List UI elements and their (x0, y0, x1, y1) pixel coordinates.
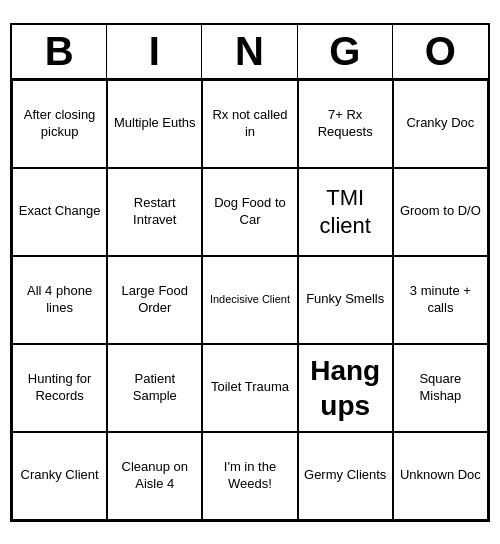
bingo-header-letter: O (393, 25, 488, 78)
bingo-cell: Hunting for Records (12, 344, 107, 432)
bingo-cell: Patient Sample (107, 344, 202, 432)
bingo-grid: After closing pickupMultiple EuthsRx not… (12, 80, 488, 520)
bingo-cell: I'm in the Weeds! (202, 432, 297, 520)
bingo-cell: All 4 phone lines (12, 256, 107, 344)
bingo-header-letter: B (12, 25, 107, 78)
bingo-cell: Rx not called in (202, 80, 297, 168)
bingo-header-letter: I (107, 25, 202, 78)
bingo-cell: Funky Smells (298, 256, 393, 344)
bingo-card: BINGO After closing pickupMultiple Euths… (10, 23, 490, 522)
bingo-cell: After closing pickup (12, 80, 107, 168)
bingo-cell: Unknown Doc (393, 432, 488, 520)
bingo-cell: Indecisive Client (202, 256, 297, 344)
bingo-cell: Square Mishap (393, 344, 488, 432)
bingo-cell: Large Food Order (107, 256, 202, 344)
bingo-cell: Groom to D/O (393, 168, 488, 256)
bingo-cell: Dog Food to Car (202, 168, 297, 256)
bingo-cell: Hang ups (298, 344, 393, 432)
bingo-header-letter: G (298, 25, 393, 78)
bingo-cell: Cranky Doc (393, 80, 488, 168)
bingo-cell: Cranky Client (12, 432, 107, 520)
bingo-cell: Germy Clients (298, 432, 393, 520)
bingo-cell: Restart Intravet (107, 168, 202, 256)
bingo-cell: TMI client (298, 168, 393, 256)
bingo-cell: Toilet Trauma (202, 344, 297, 432)
bingo-cell: Multiple Euths (107, 80, 202, 168)
bingo-header-letter: N (202, 25, 297, 78)
bingo-cell: Cleanup on Aisle 4 (107, 432, 202, 520)
bingo-cell: 7+ Rx Requests (298, 80, 393, 168)
bingo-cell: Exact Change (12, 168, 107, 256)
bingo-cell: 3 minute + calls (393, 256, 488, 344)
bingo-header: BINGO (12, 25, 488, 80)
